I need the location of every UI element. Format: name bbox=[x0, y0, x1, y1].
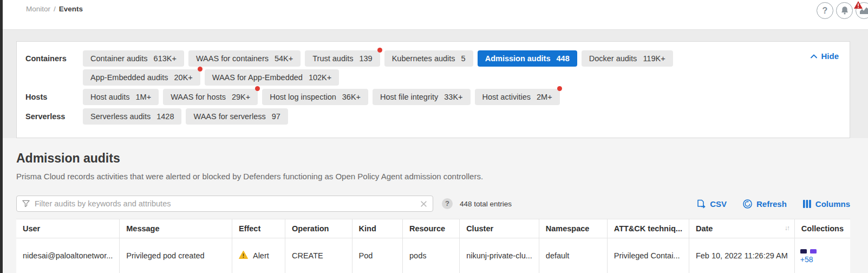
column-header-att-ck-techniq[interactable]: ATT&CK techniq... bbox=[607, 219, 689, 238]
chip-container-audits[interactable]: Container audits613K+ bbox=[83, 50, 184, 67]
collections-more-link[interactable]: +58 bbox=[800, 255, 850, 264]
chip-label: WAAS for App-Embedded bbox=[212, 73, 303, 82]
help-glyph: ? bbox=[823, 6, 828, 16]
cell-collections: +58 bbox=[794, 238, 850, 273]
chip-label: Admission audits bbox=[485, 54, 551, 63]
column-header-label: Namespace bbox=[546, 224, 590, 233]
filter-group: ContainersContainer audits613K+WAAS for … bbox=[25, 50, 841, 86]
column-header-label: User bbox=[23, 224, 40, 233]
chip-waas-for-containers[interactable]: WAAS for containers54K+ bbox=[188, 50, 301, 67]
column-header-label: Collections bbox=[801, 224, 844, 233]
chip-admission-audits[interactable]: Admission audits448 bbox=[478, 50, 577, 67]
new-events-dot-icon bbox=[198, 67, 203, 72]
toolbar-actions: CSV Refresh Columns bbox=[697, 199, 850, 209]
chip-count: 613K+ bbox=[154, 54, 177, 63]
refresh-label: Refresh bbox=[756, 199, 787, 209]
columns-button[interactable]: Columns bbox=[803, 199, 850, 209]
filter-group: ServerlessServerless audits1428WAAS for … bbox=[25, 108, 841, 125]
chip-label: App-Embedded audits bbox=[90, 73, 168, 82]
column-header-namespace[interactable]: Namespace bbox=[539, 219, 607, 238]
bell-icon bbox=[840, 6, 849, 15]
filter-help-icon[interactable]: ? bbox=[442, 198, 453, 209]
collection-color-icon bbox=[810, 249, 817, 253]
collection-color-icon bbox=[800, 249, 807, 253]
chip-waas-for-app-embedded[interactable]: WAAS for App-Embedded102K+ bbox=[205, 69, 339, 86]
table-row[interactable]: nidesai@paloaltonetwor...Privileged pod … bbox=[16, 238, 850, 273]
column-header-label: Effect bbox=[239, 224, 260, 233]
column-header-label: ATT&CK techniq... bbox=[614, 224, 682, 233]
chip-waas-for-hosts[interactable]: WAAS for hosts29K+ bbox=[163, 89, 258, 105]
cell-kind: Pod bbox=[352, 238, 402, 273]
chip-list: Host audits1M+WAAS for hosts29K+Host log… bbox=[83, 89, 560, 105]
chip-label: Host file integrity bbox=[380, 93, 438, 101]
chip-kubernetes-audits[interactable]: Kubernetes audits5 bbox=[384, 50, 473, 67]
system-status-chart-icon[interactable] bbox=[856, 2, 868, 19]
chip-count: 448 bbox=[557, 54, 570, 63]
chip-count: 119K+ bbox=[643, 54, 665, 63]
audits-section: Admission audits Prisma Cloud records ac… bbox=[0, 138, 868, 273]
chip-trust-audits[interactable]: Trust audits139 bbox=[305, 50, 380, 67]
chip-count: 54K+ bbox=[275, 54, 293, 63]
chip-label: Kubernetes audits bbox=[392, 54, 455, 63]
chip-host-activities[interactable]: Host activities2M+ bbox=[475, 89, 560, 105]
breadcrumb-events: Events bbox=[59, 5, 83, 13]
chip-serverless-audits[interactable]: Serverless audits1428 bbox=[83, 108, 181, 125]
chip-count: 36K+ bbox=[342, 93, 361, 101]
csv-export-button[interactable]: CSV bbox=[697, 199, 727, 209]
new-events-dot-icon bbox=[255, 86, 260, 91]
column-header-label: Operation bbox=[292, 224, 329, 233]
csv-label: CSV bbox=[710, 199, 727, 209]
help-icon[interactable]: ? bbox=[817, 2, 833, 19]
notifications-bell-icon[interactable] bbox=[836, 2, 853, 19]
collection-color-chips bbox=[800, 249, 850, 253]
cell-user: nidesai@paloaltonetwor... bbox=[16, 238, 120, 273]
effect-value: Alert bbox=[239, 251, 278, 261]
chip-host-audits[interactable]: Host audits1M+ bbox=[83, 89, 159, 105]
refresh-button[interactable]: Refresh bbox=[743, 199, 787, 209]
breadcrumb-monitor[interactable]: Monitor bbox=[26, 5, 50, 13]
column-header-date[interactable]: Date↓↑ bbox=[689, 219, 794, 238]
column-header-effect[interactable]: Effect bbox=[232, 219, 285, 238]
column-header-label: Kind bbox=[359, 224, 376, 233]
hide-panel-button[interactable]: Hide bbox=[811, 51, 839, 61]
chip-count: 97 bbox=[272, 112, 280, 121]
cell-attack-technique: Privileged Contai... bbox=[607, 238, 689, 273]
chip-docker-audits[interactable]: Docker audits119K+ bbox=[582, 50, 673, 67]
chip-label: Host audits bbox=[90, 93, 130, 101]
effect-label: Alert bbox=[253, 251, 269, 260]
chip-label: Container audits bbox=[90, 54, 148, 63]
chip-host-log-inspection[interactable]: Host log inspection36K+ bbox=[262, 89, 368, 105]
column-header-label: Cluster bbox=[466, 224, 493, 233]
filter-audits-input[interactable] bbox=[35, 199, 416, 208]
column-header-resource[interactable]: Resource bbox=[403, 219, 460, 238]
column-header-collections[interactable]: Collections bbox=[794, 219, 850, 238]
sort-arrows-icon[interactable]: ↓↑ bbox=[785, 224, 789, 232]
breadcrumb: Monitor/Events bbox=[26, 5, 83, 13]
chip-list: Serverless audits1428WAAS for serverless… bbox=[83, 108, 288, 125]
clear-filter-icon[interactable] bbox=[419, 200, 428, 209]
column-header-operation[interactable]: Operation bbox=[285, 219, 353, 238]
funnel-filter-icon bbox=[22, 200, 30, 207]
chip-app-embedded-audits[interactable]: App-Embedded audits20K+ bbox=[83, 69, 200, 86]
chip-host-file-integrity[interactable]: Host file integrity33K+ bbox=[373, 89, 470, 105]
filter-group-label-hosts: Hosts bbox=[25, 89, 83, 105]
chip-label: Docker audits bbox=[589, 54, 637, 63]
chip-label: Host log inspection bbox=[270, 93, 336, 101]
new-events-dot-icon bbox=[377, 48, 382, 53]
chip-waas-for-serverless[interactable]: WAAS for serverless97 bbox=[186, 108, 288, 125]
chip-count: 33K+ bbox=[444, 93, 462, 101]
chip-label: WAAS for serverless bbox=[193, 112, 265, 121]
column-header-kind[interactable]: Kind bbox=[352, 219, 402, 238]
column-header-message[interactable]: Message bbox=[120, 219, 232, 238]
cell-operation: CREATE bbox=[285, 238, 353, 273]
alert-triangle-badge-icon bbox=[853, 1, 863, 9]
filter-box bbox=[16, 196, 433, 212]
chip-count: 5 bbox=[461, 54, 466, 63]
filter-group-label-serverless: Serverless bbox=[25, 108, 83, 125]
chip-count: 1M+ bbox=[136, 93, 152, 101]
column-header-user[interactable]: User bbox=[16, 219, 120, 238]
chip-label: Serverless audits bbox=[90, 112, 151, 121]
column-header-cluster[interactable]: Cluster bbox=[460, 219, 539, 238]
chip-list: Container audits613K+WAAS for containers… bbox=[83, 50, 771, 86]
table-header-row: UserMessageEffectOperationKindResourceCl… bbox=[16, 219, 850, 238]
